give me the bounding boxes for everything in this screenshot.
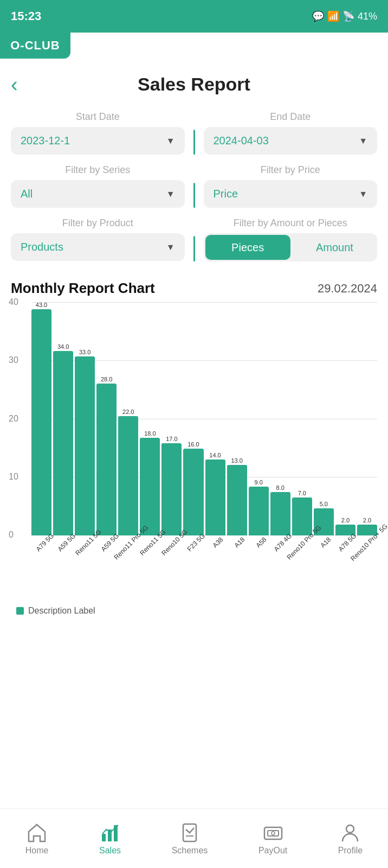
- report-date: 29.02.2024: [318, 282, 377, 296]
- price-filter-select[interactable]: Price ▼: [204, 180, 378, 208]
- bar: [140, 438, 160, 535]
- chevron-down-icon: ▼: [166, 136, 175, 146]
- x-label-text: A79 5G: [35, 532, 56, 553]
- date-filter-row: Start Date 2023-12-1 ▼ End Date 2024-04-…: [11, 111, 377, 155]
- bar: [118, 416, 138, 535]
- x-label-col: A18: [312, 535, 334, 601]
- product-filter-label: Filter by Product: [11, 218, 185, 229]
- chart-legend: Description Label: [5, 601, 383, 616]
- bar-value-label: 14.0: [209, 452, 221, 458]
- bar-col: 2.0: [357, 302, 377, 535]
- bar-value-label: 34.0: [57, 344, 69, 350]
- series-filter-group: Filter by Series All ▼: [11, 164, 185, 208]
- bar-col: 14.0: [205, 302, 225, 535]
- bar-col: 34.0: [53, 302, 73, 535]
- bar: [53, 351, 73, 535]
- nav-item-home[interactable]: Home: [25, 822, 49, 856]
- price-filter-group: Filter by Price Price ▼: [204, 164, 378, 208]
- bar-value-label: 18.0: [144, 431, 156, 437]
- svg-point-7: [271, 832, 275, 835]
- x-label-col: A38: [204, 535, 226, 601]
- bar-col: 5.0: [314, 302, 334, 535]
- bar-value-label: 13.0: [231, 458, 242, 464]
- filter-divider-1: [193, 130, 195, 155]
- bar-col: 8.0: [270, 302, 290, 535]
- x-label-col: A59 5G: [53, 535, 75, 601]
- x-label-text: A78 4G: [272, 532, 293, 553]
- back-button[interactable]: ‹: [11, 74, 18, 95]
- bar: [292, 497, 312, 535]
- nav-item-payout[interactable]: PayOut: [258, 822, 287, 856]
- status-bar: 15:23 💬 📶 📡 41%: [0, 0, 388, 33]
- bars-container: 43.034.033.028.022.018.017.016.014.013.0…: [31, 302, 377, 535]
- chart-container: 40 30 20 10 0 43.034.033.028.022.018.017…: [0, 302, 388, 621]
- bar: [270, 492, 290, 535]
- x-label-col: A18: [226, 535, 248, 601]
- bottom-nav: Home Sales Schemes PayOut Profile: [0, 808, 388, 868]
- start-date-select[interactable]: 2023-12-1 ▼: [11, 127, 185, 155]
- header: ‹ Sales Report: [0, 59, 388, 106]
- bar-value-label: 17.0: [166, 436, 177, 442]
- nav-item-profile[interactable]: Profile: [338, 822, 363, 856]
- x-label-col: Reno10 Pro 5G: [291, 535, 313, 601]
- bar-col: 33.0: [75, 302, 95, 535]
- x-label-col: A78 4G: [269, 535, 291, 601]
- pieces-amount-toggle: Pieces Amount: [204, 233, 378, 261]
- bar-col: 7.0: [292, 302, 312, 535]
- product-amount-filter-row: Filter by Product Products ▼ Filter by A…: [11, 218, 377, 261]
- x-label-col: A78 5G: [334, 535, 355, 601]
- filters-section: Start Date 2023-12-1 ▼ End Date 2024-04-…: [0, 106, 388, 261]
- amount-toggle-button[interactable]: Amount: [292, 233, 377, 261]
- bar: [96, 384, 117, 535]
- bar-value-label: 33.0: [79, 349, 90, 355]
- bar-col: 13.0: [227, 302, 247, 535]
- x-label-text: A18: [319, 535, 333, 549]
- amount-filter-group: Filter by Amount or Pieces Pieces Amount: [204, 218, 378, 261]
- nav-label-payout: PayOut: [258, 846, 287, 856]
- bar-value-label: 7.0: [298, 490, 306, 496]
- pieces-toggle-button[interactable]: Pieces: [205, 235, 290, 260]
- message-icon: 💬: [312, 10, 324, 22]
- chevron-down-icon: ▼: [359, 189, 367, 199]
- x-label-col: Reno11 5G: [139, 535, 161, 601]
- chevron-down-icon: ▼: [166, 189, 175, 199]
- page-title: Sales Report: [138, 74, 250, 95]
- x-label-col: A59 5G: [96, 535, 118, 601]
- signal-icon: 📡: [342, 10, 354, 22]
- svg-rect-5: [264, 827, 282, 839]
- bar: [161, 443, 182, 535]
- nav-label-sales: Sales: [99, 846, 121, 856]
- bar: [205, 459, 225, 535]
- start-date-label: Start Date: [11, 111, 185, 123]
- series-price-filter-row: Filter by Series All ▼ Filter by Price P…: [11, 164, 377, 208]
- report-header: Monthly Report Chart 29.02.2024: [0, 271, 388, 302]
- x-label-text: A38: [211, 535, 224, 549]
- x-label-text: A59 5G: [56, 532, 77, 553]
- chevron-down-icon: ▼: [166, 242, 175, 252]
- x-label-col: Reno11 Pro 5G: [118, 535, 140, 601]
- x-label-col: F23 5G: [183, 535, 204, 601]
- bar-col: 18.0: [140, 302, 160, 535]
- nav-item-sales[interactable]: Sales: [99, 822, 121, 856]
- oclub-tab[interactable]: O-CLUB: [0, 33, 70, 59]
- nav-item-schemes[interactable]: Schemes: [172, 822, 208, 856]
- product-filter-select[interactable]: Products ▼: [11, 233, 185, 261]
- x-label-col: Reno10 5G: [161, 535, 183, 601]
- bar-col: 22.0: [118, 302, 138, 535]
- bar-col: 28.0: [96, 302, 117, 535]
- x-label-col: A58: [248, 535, 269, 601]
- x-label-text: A78 5G: [337, 532, 358, 553]
- nav-label-schemes: Schemes: [172, 846, 208, 856]
- bar-value-label: 5.0: [320, 501, 328, 507]
- series-filter-select[interactable]: All ▼: [11, 180, 185, 208]
- bar-value-label: 8.0: [276, 485, 284, 491]
- x-label-text: A58: [254, 535, 268, 549]
- end-date-select[interactable]: 2024-04-03 ▼: [204, 127, 378, 155]
- status-icons: 💬 📶 📡 41%: [312, 10, 377, 22]
- chart-area: 40 30 20 10 0 43.034.033.028.022.018.017…: [5, 302, 383, 535]
- status-time: 15:23: [11, 9, 41, 23]
- bar-col: 2.0: [335, 302, 355, 535]
- bar: [183, 449, 203, 535]
- x-label-col: Reno11 5G: [75, 535, 96, 601]
- x-labels-row: A79 5GA59 5GReno11 5GA59 5GReno11 Pro 5G…: [31, 535, 377, 601]
